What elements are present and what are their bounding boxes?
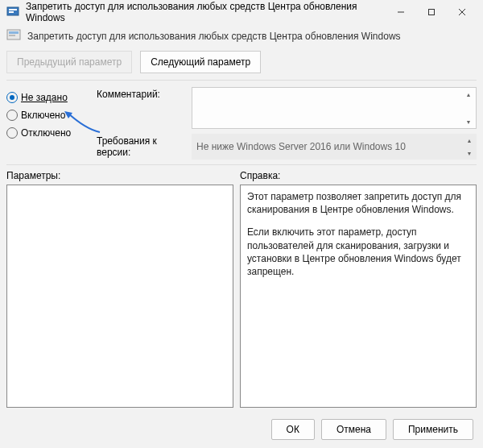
- radio-indicator: [6, 110, 18, 121]
- footer-buttons: ОК Отмена Применить: [0, 411, 483, 448]
- window-controls: [386, 2, 477, 22]
- help-paragraph: Если включить этот параметр, доступ поль…: [247, 226, 469, 278]
- radio-indicator: [6, 92, 18, 103]
- help-paragraph: Этот параметр позволяет запретить доступ…: [247, 190, 469, 216]
- ok-button[interactable]: ОК: [271, 419, 315, 440]
- next-setting-button[interactable]: Следующий параметр: [140, 51, 261, 73]
- options-label: Параметры:: [6, 170, 240, 181]
- divider: [6, 80, 477, 81]
- svg-rect-2: [9, 11, 14, 13]
- fields-column: Комментарий: ▲ ▼ Требования к версии: Не…: [97, 87, 477, 160]
- requirements-label: Требования к версии:: [97, 134, 184, 158]
- svg-rect-4: [429, 10, 435, 15]
- requirements-box: Не ниже Windows Server 2016 или Windows …: [192, 134, 477, 160]
- radio-label: Не задано: [21, 92, 68, 103]
- comment-row: Комментарий: ▲ ▼: [97, 87, 477, 129]
- panels: Этот параметр позволяет запретить доступ…: [0, 181, 483, 411]
- requirements-row: Требования к версии: Не ниже Windows Ser…: [97, 134, 477, 160]
- help-label: Справка:: [240, 170, 477, 181]
- policy-subtitle: Запретить доступ для использования любых…: [27, 31, 401, 42]
- svg-rect-8: [9, 31, 19, 34]
- spin-up-icon[interactable]: ▲: [464, 135, 475, 145]
- radio-not-configured[interactable]: Не задано: [6, 92, 82, 103]
- divider: [6, 164, 477, 165]
- policy-icon: [6, 27, 21, 44]
- requirements-value: Не ниже Windows Server 2016 или Windows …: [196, 141, 406, 152]
- state-radio-group: Не задано Включено Отключено: [6, 87, 82, 160]
- maximize-button[interactable]: [417, 2, 446, 22]
- subtitle-row: Запретить доступ для использования любых…: [0, 24, 483, 51]
- spin-down-icon[interactable]: ▼: [464, 148, 475, 158]
- minimize-button[interactable]: [386, 2, 415, 22]
- svg-rect-9: [9, 35, 15, 36]
- annotation-arrow-icon: [63, 110, 101, 134]
- config-area: Не задано Включено Отключено Комментарий…: [0, 87, 483, 160]
- titlebar: Запретить доступ для использования любых…: [0, 0, 483, 24]
- comment-label: Комментарий:: [97, 87, 184, 100]
- apply-button[interactable]: Применить: [393, 419, 473, 440]
- window-title: Запретить доступ для использования любых…: [26, 1, 386, 23]
- close-button[interactable]: [448, 2, 477, 22]
- app-icon: [6, 6, 19, 19]
- spin-up-icon[interactable]: ▲: [463, 89, 474, 99]
- options-panel[interactable]: [6, 185, 233, 408]
- panels-header: Параметры: Справка:: [0, 170, 483, 181]
- comment-textarea[interactable]: ▲ ▼: [192, 87, 477, 129]
- spin-down-icon[interactable]: ▼: [463, 117, 474, 127]
- previous-setting-button[interactable]: Предыдущий параметр: [6, 51, 132, 73]
- cancel-button[interactable]: Отмена: [321, 419, 386, 440]
- help-panel[interactable]: Этот параметр позволяет запретить доступ…: [240, 185, 477, 408]
- radio-indicator: [6, 127, 18, 139]
- svg-rect-1: [9, 9, 17, 10]
- radio-label: Включено: [21, 110, 65, 121]
- nav-row: Предыдущий параметр Следующий параметр: [0, 51, 483, 75]
